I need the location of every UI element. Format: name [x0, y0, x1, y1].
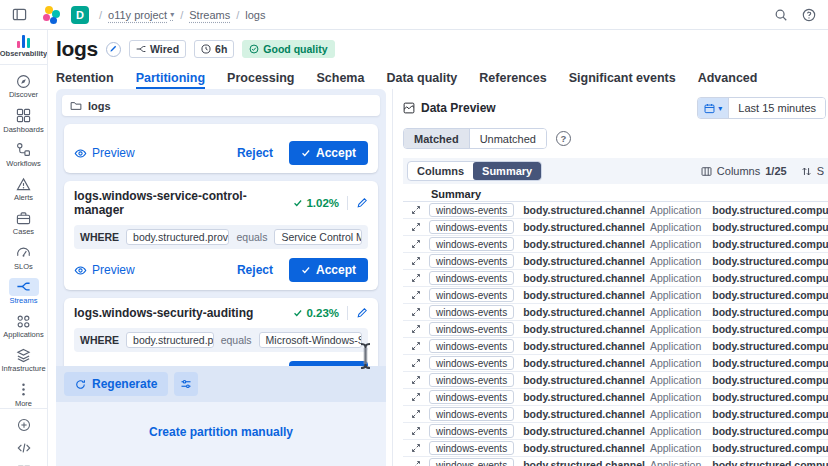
expand-row-icon[interactable]	[403, 256, 429, 266]
field-value: Application	[650, 323, 701, 335]
filter-unmatched[interactable]: Unmatched	[469, 129, 546, 148]
table-row: windows-eventsbody.structured.channelApp…	[403, 406, 828, 423]
view-summary[interactable]: Summary	[473, 162, 541, 180]
field-name: body.structured.channel	[523, 408, 645, 420]
stream-name-badge: windows-events	[429, 237, 514, 251]
expand-row-icon[interactable]	[403, 460, 429, 466]
sidebar-item-alerts[interactable]: Alerts	[0, 175, 47, 202]
regenerate-button[interactable]: Regenerate	[64, 372, 168, 396]
reject-button[interactable]: Reject	[237, 263, 273, 277]
sidebar-item-discover[interactable]: Discover	[0, 72, 47, 99]
field-value-pair: body.structured.channelApplication	[523, 204, 701, 216]
columns-selector-button[interactable]: Columns 1/25	[701, 165, 787, 177]
tab-partitioning[interactable]: Partitioning	[136, 71, 205, 89]
observability-icon	[17, 35, 31, 48]
infra-icon	[9, 346, 39, 364]
tab-schema[interactable]: Schema	[316, 71, 364, 89]
add-icon[interactable]	[17, 418, 31, 432]
table-row: windows-eventsbody.structured.channelApp…	[403, 304, 828, 321]
expand-row-icon[interactable]	[403, 239, 429, 249]
field-name: body.structured.computer	[712, 255, 828, 267]
preview-button[interactable]: Preview	[74, 263, 135, 277]
nav-menu-toggle-icon[interactable]	[12, 7, 27, 22]
sidebar-item-label: Alerts	[14, 194, 33, 202]
expand-row-icon[interactable]	[403, 273, 429, 283]
time-range-value[interactable]: Last 15 minutes	[728, 98, 825, 118]
expand-row-icon[interactable]	[403, 426, 429, 436]
tab-processing[interactable]: Processing	[227, 71, 294, 89]
sidebar-item-cases[interactable]: Cases	[0, 209, 47, 236]
field-value: Application	[650, 289, 701, 301]
edit-partition-icon[interactable]	[356, 197, 368, 209]
summary-column-header[interactable]: Summary	[403, 186, 828, 202]
field-name: body.structured.channel	[523, 357, 645, 369]
condition-value[interactable]: Microsoft-Windows-Security-Auditing	[259, 332, 362, 348]
partition-card-actions: PreviewRejectAccept	[74, 258, 368, 282]
condition-field[interactable]: body.structured.provider.name	[126, 332, 214, 348]
sidebar-item-slos[interactable]: SLOs	[0, 244, 47, 271]
tab-retention[interactable]: Retention	[56, 71, 114, 89]
quick-select-time-button[interactable]: ▾	[698, 98, 728, 118]
sidebar-item-label: Streams	[10, 297, 38, 305]
expand-row-icon[interactable]	[403, 375, 429, 385]
sidebar-item-dashboards[interactable]: Dashboards	[0, 107, 47, 134]
field-name: body.structured.channel	[523, 238, 645, 250]
tab-significant-events[interactable]: Significant events	[569, 71, 676, 89]
sidebar-item-applications[interactable]: Applications	[0, 312, 47, 339]
sidebar-item-infrastructure[interactable]: Infrastructure	[0, 346, 47, 373]
condition-operator: equals	[221, 334, 252, 346]
create-partition-area: Create partition manually	[56, 402, 386, 466]
help-icon[interactable]	[802, 8, 816, 22]
accept-button[interactable]: Accept	[289, 141, 368, 165]
data-preview-title: Data Preview	[403, 101, 496, 115]
tab-data-quality[interactable]: Data quality	[386, 71, 457, 89]
view-columns[interactable]: Columns	[408, 162, 473, 180]
partition-card: PreviewRejectAccept	[64, 124, 378, 173]
expand-row-icon[interactable]	[403, 324, 429, 334]
root-stream-node[interactable]: logs	[62, 95, 380, 116]
sort-fields-button[interactable]: S	[801, 165, 824, 177]
expand-row-icon[interactable]	[403, 290, 429, 300]
breadcrumb-label: logs	[245, 9, 265, 21]
expand-row-icon[interactable]	[403, 409, 429, 419]
edit-partition-icon[interactable]	[356, 307, 368, 319]
preview-info-icon[interactable]: ?	[556, 131, 571, 146]
sidebar-item-observability[interactable]: Observability	[0, 35, 47, 65]
stream-name-badge: windows-events	[429, 203, 514, 217]
preview-button[interactable]: Preview	[74, 146, 135, 160]
sidebar-item-workflows[interactable]: Workflows	[0, 141, 47, 168]
field-name: body.structured.channel	[523, 323, 645, 335]
edit-title-icon[interactable]	[106, 42, 121, 57]
expand-row-icon[interactable]	[403, 205, 429, 215]
breadcrumb-item[interactable]: Streams	[189, 9, 230, 21]
reject-button[interactable]: Reject	[237, 146, 273, 160]
refresh-icon	[75, 379, 86, 390]
breadcrumb-item[interactable]: logs	[245, 9, 265, 21]
condition-field[interactable]: body.structured.provider.name	[126, 229, 229, 245]
view-mode-toggle: ColumnsSummary	[407, 161, 542, 181]
expand-row-icon[interactable]	[403, 341, 429, 351]
filter-matched[interactable]: Matched	[404, 129, 469, 148]
expand-row-icon[interactable]	[403, 358, 429, 368]
breadcrumb-item[interactable]: o11y project▾	[108, 9, 174, 21]
tab-advanced[interactable]: Advanced	[698, 71, 758, 89]
dev-tools-icon[interactable]	[17, 441, 31, 455]
expand-row-icon[interactable]	[403, 307, 429, 317]
elastic-logo[interactable]	[43, 6, 61, 24]
expand-row-icon[interactable]	[403, 222, 429, 232]
accept-label: Accept	[316, 146, 356, 160]
condition-value[interactable]: Service Control Manager	[274, 229, 362, 245]
field-name: body.structured.computer	[712, 340, 828, 352]
expand-row-icon[interactable]	[403, 392, 429, 402]
create-partition-link[interactable]: Create partition manually	[149, 425, 293, 439]
generation-settings-button[interactable]	[174, 372, 198, 396]
sidebar-item-streams[interactable]: Streams	[0, 278, 47, 305]
sidebar-item-label: SLOs	[14, 263, 33, 271]
project-avatar[interactable]: D	[71, 6, 89, 24]
tab-references[interactable]: References	[479, 71, 546, 89]
field-value: Application	[650, 357, 701, 369]
sidebar-item-more[interactable]: More	[0, 381, 47, 408]
search-icon[interactable]	[774, 8, 788, 22]
expand-row-icon[interactable]	[403, 443, 429, 453]
accept-button[interactable]: Accept	[289, 258, 368, 282]
